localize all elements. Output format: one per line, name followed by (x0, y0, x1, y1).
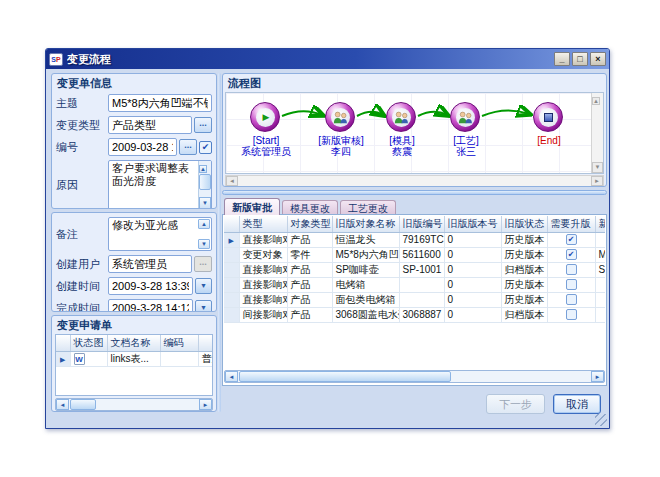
flow-node-mold[interactable] (386, 102, 418, 134)
screenshot-canvas: { "window": { "title": "变更流程", "logo_s":… (0, 0, 660, 477)
chevron-down-icon: ▼ (200, 282, 207, 289)
document-icon: W (74, 353, 85, 365)
spin-up-icon[interactable]: ▲ (198, 219, 210, 229)
titlebar[interactable]: SP 变更流程 _ □ × (46, 49, 609, 69)
create-time-label: 创建时间 (56, 279, 108, 294)
number-row: 编号 ... ✔ (52, 136, 216, 158)
change-type-browse-button[interactable]: ... (194, 117, 212, 133)
group-title: 流程图 (223, 74, 606, 92)
upgrade-checkbox[interactable]: ✔ (566, 234, 577, 245)
col-object-type[interactable]: 对象类型 (287, 216, 332, 232)
col-doc-name[interactable]: 文档名称 (107, 335, 160, 351)
flow-node-end[interactable] (533, 102, 565, 134)
tab-process-change[interactable]: 工艺更改 (340, 200, 396, 215)
reason-text: 客户要求调整表面光滑度 (112, 162, 189, 187)
scroll-down-icon[interactable]: ▼ (199, 197, 211, 209)
cancel-button[interactable]: 取消 (553, 394, 601, 414)
number-input[interactable] (108, 138, 177, 156)
scroll-right-icon[interactable]: ► (591, 371, 604, 382)
col-new-version[interactable]: 新版 (595, 216, 605, 232)
create-user-input[interactable] (108, 255, 192, 273)
table-row[interactable]: 直接影响对象 产品 SP咖啡壶 SP-1001 0 归档版本 SP咖 (224, 262, 605, 277)
scroll-up-icon[interactable]: ▲ (592, 97, 600, 105)
close-button[interactable]: × (590, 52, 606, 66)
table-row[interactable]: 间接影响对象 产品 3068圆盖电水壶 3068887 0 归档版本 (224, 307, 605, 322)
scroll-left-icon[interactable]: ◄ (226, 176, 238, 186)
subject-row: 主题 (52, 92, 216, 114)
remarks-textarea[interactable]: 修改为亚光感 ▲ ▼ (108, 217, 212, 251)
tab-new-version-approval[interactable]: 新版审批 (224, 198, 280, 215)
scroll-down-icon[interactable]: ▼ (592, 162, 603, 173)
scroll-thumb[interactable] (239, 371, 451, 382)
remarks-row: 备注 修改为亚光感 ▲ ▼ (52, 213, 216, 253)
resize-grip[interactable] (595, 414, 607, 426)
upgrade-checkbox[interactable] (566, 294, 577, 305)
tab-mold-change[interactable]: 模具更改 (282, 200, 338, 215)
number-checkbox[interactable]: ✔ (199, 141, 212, 154)
table-row[interactable]: ▶ W links表... 普通 (56, 351, 213, 366)
scroll-thumb[interactable] (199, 174, 211, 190)
create-time-input[interactable] (108, 277, 193, 295)
table-row[interactable]: 直接影响对象 产品 面包类电烤箱 0 历史版本 (224, 292, 605, 307)
approval-hscrollbar[interactable]: ◄ ► (224, 370, 605, 383)
number-browse-button[interactable]: ... (179, 139, 197, 155)
end-node-icon (533, 102, 563, 132)
col-old-status[interactable]: 旧版状态 (501, 216, 547, 232)
number-label: 编号 (56, 140, 108, 155)
col-need-upgrade[interactable]: 需要升版 (547, 216, 595, 232)
minimize-button[interactable]: _ (554, 52, 570, 66)
flow-node-start[interactable]: ▶ (250, 102, 282, 134)
spin-down-icon[interactable]: ▼ (198, 239, 210, 249)
scroll-left-icon[interactable]: ◄ (56, 399, 69, 410)
flow-hscrollbar[interactable]: ◄ ► (225, 175, 604, 187)
group-title: 变更申请单 (52, 316, 216, 334)
col-old-object-name[interactable]: 旧版对象名称 (332, 216, 399, 232)
request-grid: 状态图 文档名称 编码 ▶ W links表... 普通 (55, 334, 213, 396)
doc-name-cell: links表... (107, 351, 160, 366)
col-status-icon[interactable]: 状态图 (70, 335, 107, 351)
table-row[interactable]: ▶ 直接影响对象 产品 恒温龙头 79169TC 0 历史版本 ✔ (224, 232, 605, 247)
col-old-number[interactable]: 旧版编号 (399, 216, 444, 232)
subject-input[interactable] (108, 94, 212, 112)
flow-vscrollbar[interactable]: ▲ ▼ (591, 93, 603, 173)
vertical-splitter[interactable] (218, 73, 221, 412)
upgrade-checkbox[interactable] (566, 279, 577, 290)
scroll-left-icon[interactable]: ◄ (225, 371, 238, 382)
subject-label: 主题 (56, 96, 108, 111)
change-type-input[interactable] (108, 116, 192, 134)
scroll-up-icon[interactable]: ▲ (199, 165, 207, 173)
col-code[interactable]: 编码 (160, 335, 198, 351)
upgrade-checkbox[interactable] (566, 309, 577, 320)
scroll-thumb[interactable] (70, 399, 96, 410)
status-cell: 普通 (198, 351, 213, 366)
finish-time-dropdown-button[interactable]: ▼ (195, 300, 212, 312)
code-cell (160, 351, 198, 366)
scroll-right-icon[interactable]: ► (591, 176, 603, 186)
reason-textarea[interactable]: 客户要求调整表面光滑度 ▲ ▼ (108, 160, 212, 209)
footer-buttons: 下一步 取消 (486, 394, 601, 414)
flow-node-review[interactable] (325, 102, 357, 134)
scroll-right-icon[interactable]: ► (199, 399, 212, 410)
create-user-row: 创建用户 ... (52, 253, 216, 275)
request-hscrollbar[interactable]: ◄ ► (55, 398, 213, 411)
remarks-text: 修改为亚光感 (112, 219, 178, 231)
table-row[interactable]: 直接影响对象 产品 电烤箱 0 历史版本 (224, 277, 605, 292)
col-type[interactable]: 类型 (239, 216, 287, 232)
create-user-browse-button: ... (194, 256, 212, 272)
row-selector-icon: ▶ (60, 356, 65, 363)
table-row[interactable]: 变更对象 零件 M5*8内六角凹... 5611600 0 历史版本 ✔ M5*… (224, 247, 605, 262)
flow-node-process[interactable] (450, 102, 482, 134)
flow-canvas[interactable]: ▶ [Start]系统管理员 [新版审核]李四 [模具]蔡震 (225, 92, 604, 174)
cube-icon (544, 113, 553, 122)
upgrade-checkbox[interactable] (566, 264, 577, 275)
upgrade-checkbox[interactable]: ✔ (566, 249, 577, 260)
app-logo-icon: SP (49, 53, 63, 66)
col-old-version[interactable]: 旧版版本号 (444, 216, 501, 232)
maximize-button[interactable]: □ (572, 52, 588, 66)
reason-scrollbar[interactable]: ▲ ▼ (198, 161, 211, 209)
change-type-label: 变更类型 (56, 118, 108, 133)
finish-time-input[interactable] (108, 299, 193, 312)
create-time-dropdown-button[interactable]: ▼ (195, 278, 212, 294)
change-info-group: 变更单信息 主题 变更类型 ... 编号 ... ✔ 原因 客户要求调整表面 (51, 73, 217, 209)
horizontal-splitter[interactable] (222, 190, 607, 195)
